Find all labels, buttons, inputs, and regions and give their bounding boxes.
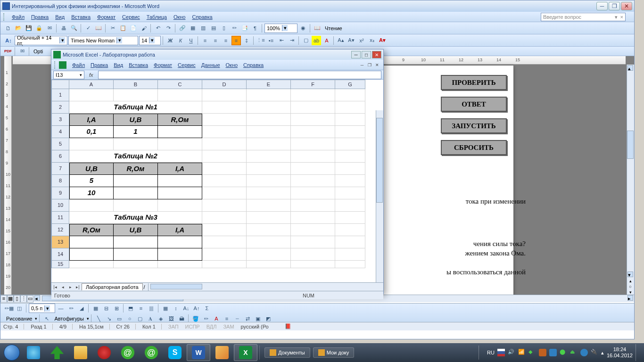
cell[interactable] xyxy=(291,138,335,150)
cell[interactable] xyxy=(158,187,202,199)
align-center-icon[interactable]: ≡ xyxy=(211,36,220,45)
save-icon[interactable]: 💾 xyxy=(24,24,33,33)
cell[interactable] xyxy=(247,236,291,248)
excel-menu-tools[interactable]: Сервис xyxy=(175,61,198,69)
cell[interactable] xyxy=(202,126,247,138)
menu-table[interactable]: Таблица xyxy=(144,13,170,21)
cell[interactable]: U,B xyxy=(114,224,158,236)
cell[interactable] xyxy=(335,236,365,248)
cell[interactable] xyxy=(247,187,291,199)
line-weight-combo[interactable]: 0,5 п▾ xyxy=(29,304,55,313)
status-ovr[interactable]: ЗАМ xyxy=(223,324,234,329)
normal-view-icon[interactable]: ≡ xyxy=(0,295,7,303)
cell[interactable] xyxy=(202,89,247,101)
cell[interactable] xyxy=(247,101,291,114)
cell[interactable] xyxy=(291,187,335,199)
status-rec[interactable]: ЗАП xyxy=(168,324,179,329)
cell[interactable] xyxy=(335,199,365,212)
cell[interactable]: R,Ом xyxy=(158,114,202,126)
excel-menu-edit[interactable]: Правка xyxy=(88,61,111,69)
workbook-close-icon[interactable]: ✕ xyxy=(374,62,380,68)
taskbar-skype-icon[interactable]: S xyxy=(163,344,187,361)
cell[interactable]: U,B xyxy=(114,114,158,126)
format-painter-icon[interactable]: 🖌 xyxy=(139,24,149,33)
merge-cells-icon[interactable]: ⊟ xyxy=(101,304,111,313)
permission-icon[interactable]: 🔒 xyxy=(34,24,44,33)
distribute-rows-icon[interactable]: ≡ xyxy=(136,304,146,313)
taskbar-paint-icon[interactable] xyxy=(210,344,234,361)
cell[interactable] xyxy=(335,261,365,268)
taskbar-opera-icon[interactable] xyxy=(92,344,116,361)
taskbar-word-icon[interactable]: W xyxy=(187,344,210,361)
scroll-down-icon[interactable]: ▾ xyxy=(627,272,633,277)
excel-menu-help[interactable]: Справка xyxy=(240,61,266,69)
excel-hscrollbar[interactable] xyxy=(148,283,383,291)
cell[interactable] xyxy=(158,236,202,248)
tray-flag-icon[interactable] xyxy=(497,349,505,356)
cell[interactable] xyxy=(291,212,335,224)
excel-menu-view[interactable]: Вид xyxy=(111,61,126,69)
tray-chevron-icon[interactable]: ▴ xyxy=(601,350,604,356)
show-desktop-button[interactable] xyxy=(636,344,639,361)
increase-indent-icon[interactable]: ⇥ xyxy=(287,36,297,45)
tray-network-icon[interactable]: 📶 xyxy=(518,349,526,356)
cell[interactable] xyxy=(202,248,247,261)
taskbar-ie-icon[interactable] xyxy=(22,344,45,361)
decrease-indent-icon[interactable]: ⇤ xyxy=(277,36,286,45)
cell[interactable] xyxy=(114,187,158,199)
underline-icon[interactable]: Ч xyxy=(186,36,196,45)
excel-maximize-button[interactable]: □ xyxy=(362,51,371,58)
bold-icon[interactable]: Ж xyxy=(165,36,175,45)
formula-bar[interactable] xyxy=(98,71,381,79)
columns-icon[interactable]: ▯ xyxy=(219,24,229,33)
shrink-font-icon[interactable]: A▾ xyxy=(347,36,356,45)
tab-next-icon[interactable]: ▸ xyxy=(66,285,74,289)
align-right-icon[interactable]: ≡ xyxy=(221,36,231,45)
excel-menu-window[interactable]: Окно xyxy=(223,61,241,69)
cell[interactable] xyxy=(247,150,291,163)
shading-color-icon[interactable]: ◢ xyxy=(77,304,86,313)
cell[interactable]: I,A xyxy=(158,224,202,236)
cell[interactable] xyxy=(335,150,365,163)
cell[interactable] xyxy=(291,248,335,261)
workbook-minimize-icon[interactable]: ─ xyxy=(359,62,365,68)
font-color2-icon[interactable]: A▾ xyxy=(378,36,387,45)
toolbar-handle[interactable] xyxy=(3,13,6,21)
cell[interactable] xyxy=(158,89,202,101)
autoshapes-label[interactable]: Автофигуры xyxy=(52,316,86,321)
cell[interactable] xyxy=(247,199,291,212)
col-header-b[interactable]: B xyxy=(114,80,158,89)
row-header[interactable]: 14 xyxy=(51,248,69,261)
tray-app3-icon[interactable]: ⬤ xyxy=(560,349,567,356)
superscript-icon[interactable]: x² xyxy=(357,36,366,45)
cell[interactable]: Таблица №1 xyxy=(69,101,202,114)
cell[interactable] xyxy=(247,175,291,187)
col-header-e[interactable]: E xyxy=(247,80,291,89)
styles-pane-icon[interactable]: A↕ xyxy=(3,36,14,45)
align-top-icon[interactable]: ⬒ xyxy=(126,304,135,313)
drawing-menu-label[interactable]: Рисование xyxy=(4,316,34,321)
taskbar-excel-icon[interactable]: X xyxy=(234,344,257,361)
distribute-cols-icon[interactable]: ||| xyxy=(147,304,156,313)
status-book-icon[interactable]: 📕 xyxy=(285,323,291,329)
close-button[interactable]: ✕ xyxy=(621,2,632,10)
cell[interactable] xyxy=(202,114,247,126)
border-color-icon[interactable]: ✏ xyxy=(66,304,76,313)
fx-icon[interactable]: fx xyxy=(89,72,93,78)
scroll-left-icon[interactable]: ◂ xyxy=(34,295,40,301)
taskbar-documents-pill[interactable]: Документы xyxy=(264,347,310,358)
cell[interactable] xyxy=(69,248,114,261)
cell[interactable] xyxy=(291,163,335,175)
sort-asc-icon[interactable]: A↓ xyxy=(182,304,191,313)
subscript-icon[interactable]: x₂ xyxy=(367,36,377,45)
read-mode-icon[interactable]: 📖 xyxy=(313,24,322,33)
cell[interactable] xyxy=(291,89,335,101)
start-button[interactable] xyxy=(2,343,22,362)
grow-font-icon[interactable]: A▴ xyxy=(336,36,346,45)
cell[interactable]: 5 xyxy=(69,175,114,187)
excel-menu-data[interactable]: Данные xyxy=(198,61,223,69)
taskbar-mydocs-pill[interactable]: Мои доку xyxy=(313,347,355,358)
cell[interactable] xyxy=(158,126,202,138)
table-autoformat-icon[interactable]: ▦ xyxy=(161,304,170,313)
menu-view[interactable]: Вид xyxy=(52,13,67,21)
